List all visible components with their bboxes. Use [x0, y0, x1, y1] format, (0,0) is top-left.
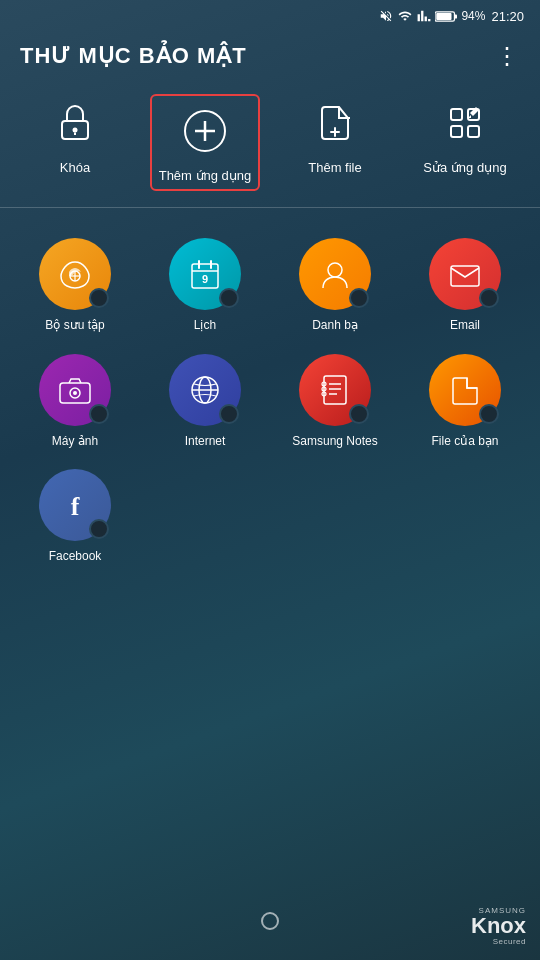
- app-label-facebook: Facebook: [49, 549, 102, 565]
- app-label-file-cua-ban: File của bạn: [431, 434, 498, 450]
- lock-icon: [51, 99, 99, 147]
- svg-rect-2: [455, 14, 458, 18]
- svg-rect-22: [451, 266, 479, 286]
- action-them-file-label: Thêm file: [308, 160, 361, 175]
- edit-app-icon-container: [436, 94, 494, 152]
- app-icon-email: [429, 238, 501, 310]
- app-internet[interactable]: Internet: [140, 344, 270, 460]
- app-grid: Bộ sưu tập 9 Lịch Danh bạ: [0, 208, 540, 585]
- add-file-icon: [311, 99, 359, 147]
- app-icon-may-anh: [39, 354, 111, 426]
- internet-icon: [185, 370, 225, 410]
- app-label-may-anh: Máy ảnh: [52, 434, 98, 450]
- add-app-icon-container: [176, 102, 234, 160]
- app-file-cua-ban[interactable]: File của bạn: [400, 344, 530, 460]
- more-options-button[interactable]: ⋮: [495, 42, 520, 70]
- svg-rect-1: [437, 13, 452, 20]
- email-icon: [445, 254, 485, 294]
- file-cua-ban-icon: [445, 370, 485, 410]
- svg-rect-29: [324, 376, 346, 404]
- danh-ba-icon: [315, 254, 355, 294]
- action-them-file[interactable]: Thêm file: [280, 94, 390, 175]
- add-file-icon-container: [306, 94, 364, 152]
- app-label-samsung-notes: Samsung Notes: [292, 434, 377, 450]
- app-icon-samsung-notes: [299, 354, 371, 426]
- app-may-anh[interactable]: Máy ảnh: [10, 344, 140, 460]
- app-samsung-notes[interactable]: Samsung Notes: [270, 344, 400, 460]
- app-icon-facebook: f: [39, 469, 111, 541]
- svg-rect-9: [451, 109, 462, 120]
- knox-logo: Knox: [471, 915, 526, 937]
- svg-rect-11: [451, 126, 462, 137]
- time: 21:20: [491, 9, 524, 24]
- action-them-ung-dung-label: Thêm ứng dụng: [159, 168, 252, 183]
- app-icon-internet: [169, 354, 241, 426]
- battery-icon: [435, 10, 457, 23]
- action-khoa[interactable]: Khóa: [20, 94, 130, 175]
- app-label-bo-suu-tap: Bộ sưu tập: [45, 318, 104, 334]
- svg-point-4: [73, 128, 78, 133]
- app-icon-danh-ba: [299, 238, 371, 310]
- status-bar: 94% 21:20: [0, 0, 540, 32]
- header: THƯ MỤC BẢO MẬT ⋮: [0, 32, 540, 86]
- home-button[interactable]: [261, 912, 279, 930]
- svg-point-21: [328, 263, 342, 277]
- app-email[interactable]: Email: [400, 228, 530, 344]
- edit-app-icon: [441, 99, 489, 147]
- app-label-email: Email: [450, 318, 480, 334]
- app-bo-suu-tap[interactable]: Bộ sưu tập: [10, 228, 140, 344]
- signal-icon: [417, 9, 431, 23]
- svg-point-25: [73, 391, 77, 395]
- app-danh-ba[interactable]: Danh bạ: [270, 228, 400, 344]
- app-facebook[interactable]: f Facebook: [10, 459, 140, 575]
- app-icon-lich: 9: [169, 238, 241, 310]
- knox-secured: Secured: [493, 937, 526, 946]
- lich-icon: 9: [185, 254, 225, 294]
- battery-percent: 94%: [461, 9, 485, 23]
- bo-suu-tap-icon: [55, 254, 95, 294]
- svg-text:9: 9: [202, 273, 208, 285]
- mute-icon: [379, 9, 393, 23]
- action-sua-ung-dung[interactable]: Sửa ứng dụng: [410, 94, 520, 175]
- knox-badge: SAMSUNG Knox Secured: [471, 906, 526, 946]
- wifi-icon: [397, 9, 413, 23]
- svg-text:f: f: [71, 492, 80, 521]
- app-icon-bo-suu-tap: [39, 238, 111, 310]
- action-khoa-label: Khóa: [60, 160, 90, 175]
- app-lich[interactable]: 9 Lịch: [140, 228, 270, 344]
- status-icons: 94% 21:20: [379, 9, 524, 24]
- samsung-notes-icon: [315, 370, 355, 410]
- may-anh-icon: [55, 370, 95, 410]
- app-label-internet: Internet: [185, 434, 226, 450]
- lock-icon-container: [46, 94, 104, 152]
- svg-rect-12: [468, 126, 479, 137]
- app-label-danh-ba: Danh bạ: [312, 318, 358, 334]
- action-row: Khóa Thêm ứng dụng Thêm file: [0, 86, 540, 208]
- facebook-icon: f: [55, 485, 95, 525]
- action-them-ung-dung[interactable]: Thêm ứng dụng: [150, 94, 260, 191]
- add-app-icon: [181, 107, 229, 155]
- page-title: THƯ MỤC BẢO MẬT: [20, 43, 247, 69]
- action-sua-ung-dung-label: Sửa ứng dụng: [423, 160, 506, 175]
- app-label-lich: Lịch: [194, 318, 216, 334]
- app-icon-file-cua-ban: [429, 354, 501, 426]
